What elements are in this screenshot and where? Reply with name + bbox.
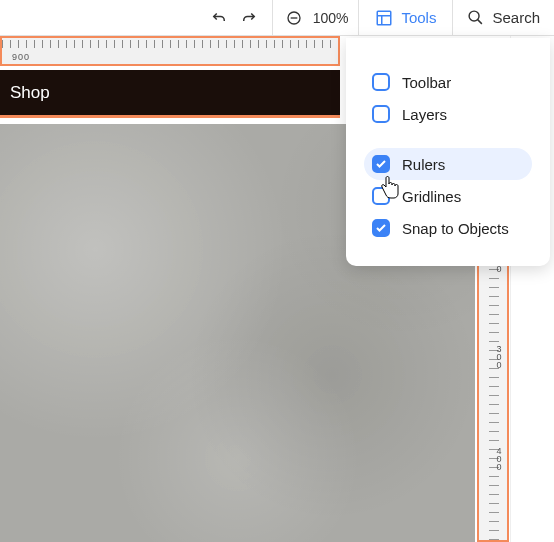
checkbox-icon[interactable] — [372, 187, 390, 205]
horizontal-ruler-highlight: 900 — [0, 36, 340, 66]
page-nav-bar: Shop — [0, 70, 340, 118]
search-button[interactable]: Search — [463, 9, 544, 26]
tools-menu-rulers[interactable]: Rulers — [364, 148, 532, 180]
svg-point-5 — [470, 11, 480, 21]
tools-dropdown: Toolbar Layers Rulers Gridlines Snap to … — [346, 38, 550, 266]
search-group: Search — [452, 0, 554, 35]
svg-line-6 — [478, 20, 482, 24]
svg-rect-2 — [378, 11, 392, 25]
tools-button[interactable]: Tools — [369, 9, 442, 27]
vertical-ruler[interactable]: 0 300 400 — [479, 260, 507, 540]
h-ruler-tick-label: 900 — [12, 52, 30, 62]
checkbox-icon[interactable] — [372, 155, 390, 173]
top-toolbar: 100% Tools Search — [0, 0, 554, 36]
menu-item-label: Layers — [402, 106, 447, 123]
tools-menu-toolbar[interactable]: Toolbar — [364, 66, 532, 98]
tools-menu-layers[interactable]: Layers — [364, 98, 532, 130]
menu-item-label: Rulers — [402, 156, 445, 173]
search-button-label: Search — [492, 9, 540, 26]
tools-group: Tools — [358, 0, 452, 35]
menu-item-label: Snap to Objects — [402, 220, 509, 237]
checkbox-icon[interactable] — [372, 219, 390, 237]
tools-button-label: Tools — [401, 9, 436, 26]
v-ruler-tick-300: 300 — [494, 344, 504, 368]
zoom-level[interactable]: 100% — [313, 10, 349, 26]
redo-button[interactable] — [238, 7, 260, 29]
vertical-ruler-highlight: 0 300 400 — [477, 258, 509, 542]
tools-menu-snap[interactable]: Snap to Objects — [364, 212, 532, 244]
zoom-out-button[interactable] — [283, 7, 305, 29]
menu-item-label: Gridlines — [402, 188, 461, 205]
v-ruler-tick-400: 400 — [494, 446, 504, 470]
history-group — [0, 0, 272, 35]
checkbox-icon[interactable] — [372, 105, 390, 123]
menu-item-label: Toolbar — [402, 74, 451, 91]
checkbox-icon[interactable] — [372, 73, 390, 91]
horizontal-ruler[interactable]: 900 — [2, 38, 338, 64]
tools-menu-gridlines[interactable]: Gridlines — [364, 180, 532, 212]
undo-button[interactable] — [208, 7, 230, 29]
nav-item-shop[interactable]: Shop — [10, 83, 50, 103]
zoom-group: 100% — [272, 0, 359, 35]
